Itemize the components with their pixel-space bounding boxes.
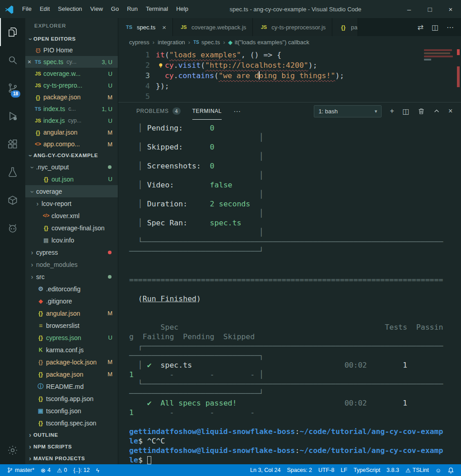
tree-item-.nyc_output[interactable]: ›.nyc_output bbox=[25, 161, 118, 173]
close-icon[interactable]: × bbox=[162, 23, 166, 31]
activity-source-control-icon[interactable]: 18 bbox=[0, 74, 25, 102]
tree-item-tsconfig.app.json[interactable]: {}tsconfig.app.json bbox=[25, 392, 118, 405]
editor[interactable]: 12345 it("loads examples", () => { cy.vi… bbox=[118, 48, 461, 102]
maximize-button[interactable]: □ bbox=[419, 0, 440, 18]
open-editor-package.json[interactable]: {}package.jsonM bbox=[25, 91, 118, 103]
tree-item-lcov-report[interactable]: ›lcov-report bbox=[25, 197, 118, 210]
status-0[interactable]: ⚠0 bbox=[54, 464, 70, 476]
tree-item-cypress[interactable]: ›cypress bbox=[25, 246, 118, 258]
tree-item-tsconfig.json[interactable]: ▣tsconfig.json bbox=[25, 405, 118, 417]
tree-item-package-lock.json[interactable]: {}package-lock.jsonM bbox=[25, 356, 118, 368]
activity-files-icon[interactable] bbox=[0, 18, 25, 46]
tree-item-package.json[interactable]: {}package.jsonM bbox=[25, 368, 118, 380]
open-editor-angular.json[interactable]: {}angular.jsonM bbox=[25, 126, 118, 138]
breadcrumb-item[interactable]: cypress bbox=[129, 39, 149, 46]
section-maven-projects[interactable]: ›MAVEN PROJECTS bbox=[25, 453, 118, 464]
activity-debug-icon[interactable] bbox=[0, 102, 25, 130]
open-editors-header[interactable]: › OPEN EDITORS bbox=[25, 33, 118, 44]
close-icon[interactable]: × bbox=[25, 58, 33, 65]
panel-tab-terminal[interactable]: TERMINAL bbox=[192, 103, 222, 120]
activity-package-icon[interactable] bbox=[0, 186, 25, 214]
menu-help[interactable]: Help bbox=[172, 0, 192, 18]
activity-extensions-icon[interactable] bbox=[0, 130, 25, 158]
tree-item-src[interactable]: ›src bbox=[25, 271, 118, 283]
status-bolt-icon[interactable]: ϟ bbox=[93, 464, 102, 476]
minimize-button[interactable]: – bbox=[399, 0, 419, 18]
status-tslint[interactable]: ⚠TSLint bbox=[402, 464, 432, 476]
breadcrumb-item[interactable]: TSspec.ts bbox=[193, 39, 220, 46]
activity-search-icon[interactable] bbox=[0, 46, 25, 74]
tree-item-coverage-final.json[interactable]: {}coverage-final.json bbox=[25, 222, 118, 234]
tree-item-.editorconfig[interactable]: ⚙.editorconfig bbox=[25, 283, 118, 295]
tree-item-cypress.json[interactable]: {}cypress.jsonU bbox=[25, 331, 118, 344]
shell-selector[interactable]: 1: bash ▾ bbox=[314, 105, 382, 117]
status-spaces-2[interactable]: Spaces: 2 bbox=[284, 464, 315, 476]
tree-item-.gitignore[interactable]: ◆.gitignore bbox=[25, 295, 118, 307]
menu-terminal[interactable]: Terminal bbox=[142, 0, 172, 18]
more-icon[interactable]: ⋯ bbox=[447, 23, 454, 32]
breadcrumb-item[interactable]: ◈it("loads examples") callback bbox=[228, 39, 310, 46]
kill-terminal-icon[interactable] bbox=[418, 107, 425, 115]
terminal[interactable]: │ Pending: 0 │ │ Skipped: 0 │ │ Screensh… bbox=[118, 120, 461, 464]
tree-item-tsconfig.spec.json[interactable]: {}tsconfig.spec.json bbox=[25, 417, 118, 429]
minimap[interactable] bbox=[424, 49, 454, 62]
status-utf-8[interactable]: UTF-8 bbox=[315, 464, 337, 476]
maximize-panel-icon[interactable] bbox=[433, 107, 440, 115]
tree-item-browserslist[interactable]: ≡browserslist bbox=[25, 319, 118, 331]
tab-cy-ts-preprocessor.js[interactable]: JScy-ts-preprocessor.js bbox=[253, 18, 332, 36]
json-file-icon: {} bbox=[33, 129, 42, 136]
tree-item-coverage[interactable]: ›coverage bbox=[25, 185, 118, 197]
tree-item-angular.json[interactable]: {}angular.jsonM bbox=[25, 307, 118, 319]
status-4[interactable]: ⊗4 bbox=[37, 464, 54, 476]
terminal-row: ✔ All specs passed! 00:02 1 bbox=[129, 398, 461, 408]
status-lf[interactable]: LF bbox=[337, 464, 350, 476]
open-editor-index.ts[interactable]: TSindex.tsc...1, U bbox=[25, 103, 118, 115]
problems-badge: 4 bbox=[172, 107, 181, 115]
open-editor-PIO Home[interactable]: PIO Home bbox=[25, 44, 118, 56]
project-header[interactable]: › ANG-CY-COV-EXAMPLE bbox=[25, 150, 118, 161]
menu-run[interactable]: Run bbox=[123, 0, 142, 18]
tab-pa[interactable]: {}pa bbox=[332, 18, 358, 36]
panel-tab-problems[interactable]: PROBLEMS4 bbox=[136, 103, 181, 120]
tree-item-README.md[interactable]: ⓘREADME.md bbox=[25, 380, 118, 392]
section-outline[interactable]: ›OUTLINE bbox=[25, 429, 118, 441]
tree-item-karma.conf.js[interactable]: Kkarma.conf.js bbox=[25, 344, 118, 356]
split-terminal-icon[interactable]: ◫ bbox=[402, 107, 410, 116]
open-editor-cy-ts-prepro...[interactable]: JScy-ts-prepro...U bbox=[25, 79, 118, 91]
close-panel-icon[interactable]: × bbox=[448, 107, 453, 115]
open-changes-icon[interactable]: ⇄ bbox=[417, 23, 423, 32]
status-typescript[interactable]: TypeScript bbox=[350, 464, 383, 476]
menu-file[interactable]: File bbox=[18, 0, 36, 18]
tree-item-lcov.info[interactable]: ▤lcov.info bbox=[25, 234, 118, 246]
open-editor-index.js[interactable]: JSindex.jscyp...U bbox=[25, 115, 118, 126]
breadcrumb-item[interactable]: integration bbox=[158, 39, 185, 46]
menu-edit[interactable]: Edit bbox=[36, 0, 54, 18]
open-editor-spec.ts[interactable]: ×TSspec.tscy...3, U bbox=[25, 56, 118, 68]
menu-selection[interactable]: Selection bbox=[54, 0, 86, 18]
menu-view[interactable]: View bbox=[86, 0, 107, 18]
tree-item-out.json[interactable]: {}out.jsonU bbox=[25, 173, 118, 185]
tab-coverage.webpack.js[interactable]: JScoverage.webpack.js bbox=[173, 18, 253, 36]
panel-more-icon[interactable]: ⋯ bbox=[233, 107, 241, 116]
tree-item-node_modules[interactable]: ›node_modules bbox=[25, 258, 118, 271]
tab-spec.ts[interactable]: TSspec.ts× bbox=[118, 18, 173, 36]
status--..-12[interactable]: {..}: 12 bbox=[70, 464, 93, 476]
close-button[interactable]: × bbox=[440, 0, 461, 18]
tab-label: pa bbox=[351, 24, 357, 31]
activity-beaker-icon[interactable] bbox=[0, 158, 25, 186]
section-npm-scripts[interactable]: ›NPM SCRIPTS bbox=[25, 441, 118, 453]
tree-item-clover.xml[interactable]: </>clover.xml bbox=[25, 210, 118, 222]
open-editor-coverage.w...[interactable]: JScoverage.w...U bbox=[25, 68, 118, 79]
activity-gear-icon[interactable] bbox=[0, 436, 25, 464]
status-master-[interactable]: master* bbox=[4, 464, 37, 476]
status-ln-3-col-24[interactable]: Ln 3, Col 24 bbox=[247, 464, 284, 476]
status-smiley-icon[interactable]: ☺ bbox=[432, 464, 444, 476]
lightbulb-icon[interactable] bbox=[158, 61, 164, 67]
status-3.8.3[interactable]: 3.8.3 bbox=[383, 464, 402, 476]
open-editor-app.compo...[interactable]: <>app.compo...M bbox=[25, 138, 118, 150]
menu-go[interactable]: Go bbox=[107, 0, 123, 18]
new-terminal-icon[interactable]: + bbox=[390, 107, 394, 115]
status-bell-icon[interactable] bbox=[444, 464, 457, 476]
activity-platformio-icon[interactable] bbox=[0, 214, 25, 242]
split-editor-icon[interactable]: ◫ bbox=[432, 23, 438, 32]
